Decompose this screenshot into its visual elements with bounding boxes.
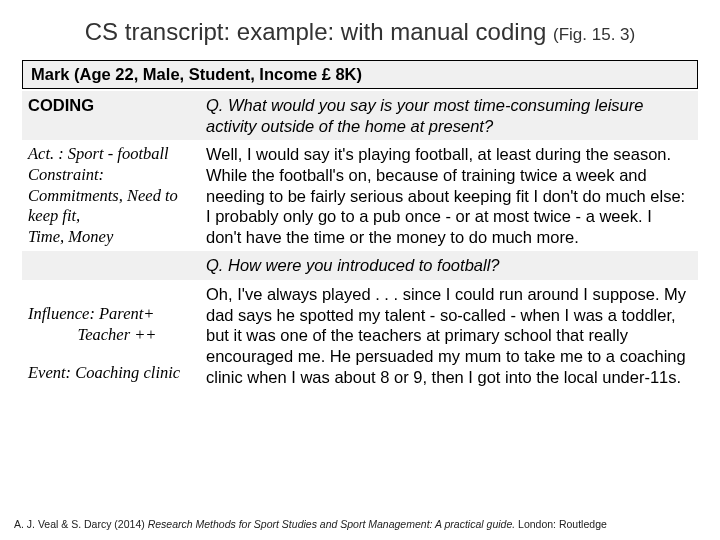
codes-block-1: Act. : Sport - football Constraint: Comm… <box>22 140 200 251</box>
footer-authors: A. J. Veal & S. Darcy (2014) <box>14 518 148 530</box>
codes-event: Event: Coaching clinic <box>28 363 192 384</box>
question-1: Q. What would you say is your most time-… <box>200 91 698 140</box>
footer-citation: A. J. Veal & S. Darcy (2014) Research Me… <box>14 518 607 530</box>
title-main: CS transcript: example: with manual codi… <box>85 18 553 45</box>
footer-title: Research Methods for Sport Studies and S… <box>148 518 516 530</box>
question-2: Q. How were you introduced to football? <box>200 251 698 280</box>
footer-publisher: London: Routledge <box>515 518 607 530</box>
coding-header: CODING <box>22 91 200 140</box>
answer-1: Well, I would say it's playing football,… <box>200 140 698 251</box>
codes-influence: Influence: Parent+ Teacher ++ <box>28 304 192 345</box>
answer-2: Oh, I've always played . . . since I cou… <box>200 280 698 391</box>
transcript-table: CODING Q. What would you say is your mos… <box>22 91 698 391</box>
codes-block-2: Influence: Parent+ Teacher ++ Event: Coa… <box>22 280 200 391</box>
page-title: CS transcript: example: with manual codi… <box>22 18 698 46</box>
title-fig: (Fig. 15. 3) <box>553 25 635 44</box>
subject-bar: Mark (Age 22, Male, Student, Income £ 8K… <box>22 60 698 89</box>
